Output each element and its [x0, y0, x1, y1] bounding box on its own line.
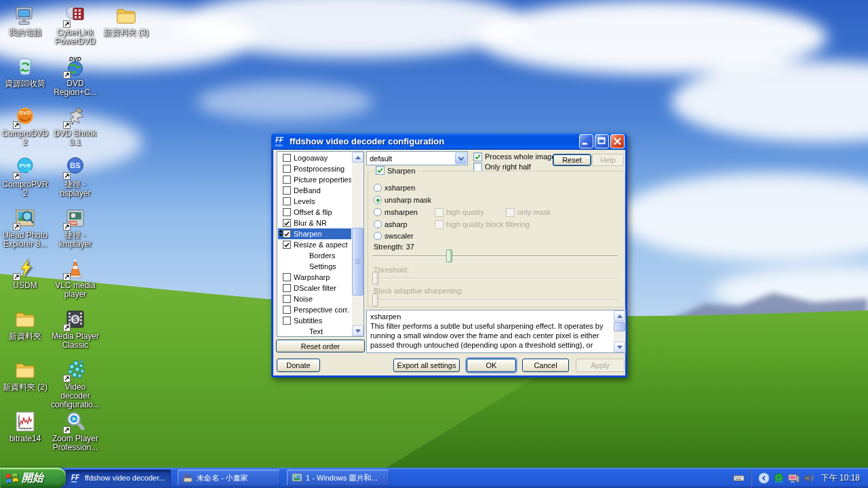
filter-checkbox[interactable] [283, 154, 291, 162]
scrollbar-thumb[interactable] [614, 322, 625, 331]
filter-checkbox[interactable] [283, 284, 291, 292]
filter-list-item-noise[interactable]: Noise [278, 293, 351, 304]
radio-msharpen[interactable]: msharpen [374, 207, 418, 217]
apply-button[interactable]: Apply [576, 359, 625, 372]
process-whole-image-option[interactable]: Process whole image [473, 152, 556, 161]
desktop-icon-media-player-classic[interactable]: SMedia Player Classic [51, 308, 100, 350]
reset-order-button[interactable]: Reset order [276, 340, 365, 352]
filter-checkbox[interactable] [283, 197, 291, 205]
desktop-icon-compro-pvr-2[interactable]: PVRComproPVR 2 [1, 156, 50, 198]
help-button[interactable]: Help [592, 154, 624, 166]
close-button[interactable] [610, 134, 625, 148]
filter-checkbox[interactable] [283, 273, 291, 281]
scroll-up-button[interactable] [352, 152, 363, 163]
filter-checkbox[interactable] [283, 317, 291, 325]
filter-list-item-levels[interactable]: Levels [278, 196, 351, 207]
reorder-spin-control[interactable] [278, 230, 283, 237]
radio-asharp[interactable]: asharp [374, 220, 408, 229]
export-all-settings-button[interactable]: Export all settings [393, 359, 460, 372]
filter-list-item-settings[interactable]: Settings [278, 261, 351, 272]
preset-combobox[interactable]: default [366, 151, 468, 165]
network-icon[interactable] [773, 472, 785, 484]
filter-list-item-sharpen[interactable]: Sharpen [278, 228, 351, 239]
desktop-icon-compro-dvd-2[interactable]: DVDComproDVD 2 [1, 105, 50, 147]
desktop-icon-vlc[interactable]: VLC media player [51, 257, 100, 299]
threshold-slider[interactable] [372, 272, 618, 285]
slider-thumb[interactable] [446, 249, 452, 262]
keyboard-icon[interactable] [733, 472, 745, 484]
sharpen-group-checkbox[interactable] [376, 166, 384, 175]
display-icon[interactable] [788, 472, 800, 484]
filter-checkbox[interactable] [283, 219, 291, 227]
taskbar-task-1[interactable]: FFffdshow video decoder... [66, 470, 171, 486]
filter-checkbox[interactable] [283, 176, 291, 184]
filter-checkbox[interactable] [283, 208, 291, 216]
desktop-icon-new-folder[interactable]: 新資料夾 [1, 308, 50, 341]
asharp-hq-block-option[interactable]: high quality block filtering [435, 220, 530, 229]
radio-swscaler[interactable]: swscaler [374, 231, 414, 241]
scroll-down-button[interactable] [614, 342, 625, 352]
msharpen-radio[interactable] [374, 208, 382, 216]
filter-checkbox[interactable] [283, 306, 291, 314]
radio-xsharpen[interactable]: xsharpen [374, 183, 415, 192]
filter-list-item-blur-nr[interactable]: Blur & NR [278, 218, 351, 228]
desktop-icon-bsplayer[interactable]: BS捷徑 - bsplayer [51, 156, 100, 198]
radio-unsharp-mask[interactable]: unsharp mask [374, 195, 431, 205]
filter-list-item-postprocessing[interactable]: Postprocessing [278, 163, 351, 174]
maximize-button[interactable] [595, 134, 609, 148]
msharpen-high-quality-option[interactable]: high quality [435, 207, 484, 217]
hq-block-filtering-checkbox[interactable] [435, 220, 443, 229]
strength-slider[interactable] [372, 249, 618, 263]
desktop-icon-new-folder-2[interactable]: 新資料夾 (2) [1, 359, 50, 392]
filter-list-item-dscaler-filter[interactable]: DScaler filter [278, 283, 351, 293]
filter-checkbox[interactable] [283, 230, 291, 238]
start-button[interactable]: 開始 [0, 468, 66, 488]
only-right-half-option[interactable]: Only right half [473, 162, 531, 171]
filter-list-item-borders[interactable]: Borders [278, 250, 351, 261]
taskbar-task-3[interactable]: 1 - Windows 圖片和... [287, 470, 389, 486]
desktop-icon-bitrate14[interactable]: bitrate14 [1, 410, 50, 443]
desktop-icon-cyberlink-powerdvd[interactable]: CyberLink PowerDVD [51, 4, 100, 46]
slider-thumb[interactable] [372, 272, 378, 285]
filter-list-item-picture-properties[interactable]: Picture properties [278, 174, 351, 185]
process-whole-image-checkbox[interactable] [473, 152, 482, 161]
scroll-down-button[interactable] [352, 325, 363, 336]
hide-icons-chevron[interactable] [758, 472, 770, 484]
reset-button[interactable]: Reset [553, 154, 591, 166]
filter-list-scrollbar[interactable] [352, 152, 363, 336]
desktop-icon-video-decoder-config[interactable]: Video decoder configuratio... [51, 359, 100, 409]
filter-checkbox[interactable] [283, 295, 291, 303]
only-right-half-checkbox[interactable] [473, 163, 482, 171]
filter-list-item-subtitles[interactable]: Subtitles [278, 315, 351, 326]
filter-list-item-text[interactable]: Text [278, 326, 351, 336]
ok-button[interactable]: OK [467, 359, 516, 372]
combo-dropdown-button[interactable] [455, 152, 467, 164]
desktop-icon-kmplayer[interactable]: KMP捷徑 - kmplayer [51, 207, 100, 249]
scroll-up-button[interactable] [614, 310, 625, 321]
filter-list-item-logoaway[interactable]: Logoaway [278, 152, 351, 163]
desktop-icon-zoom-player[interactable]: Zoom Player Profession... [51, 410, 100, 452]
slider-thumb[interactable] [372, 293, 378, 306]
description-scrollbar[interactable] [614, 310, 625, 352]
donate-button[interactable]: Donate [277, 359, 320, 372]
taskbar-task-2[interactable]: 未命名 - 小畫家 [178, 470, 280, 486]
volume-icon[interactable] [803, 472, 814, 484]
unsharp-mask-radio[interactable] [374, 196, 382, 204]
filter-list-item-deband[interactable]: DeBand [278, 185, 351, 196]
filter-list-item-offset-flip[interactable]: Offset & flip [278, 207, 351, 218]
filter-list-item-resize-aspect[interactable]: Resize & aspect [278, 239, 351, 250]
block-adaptive-slider[interactable] [372, 293, 618, 307]
cancel-button[interactable]: Cancel [522, 359, 569, 372]
desktop-icon-ulead-photo-explorer[interactable]: Ulead Photo Explorer 8... [1, 207, 50, 249]
high-quality-checkbox[interactable] [435, 208, 443, 217]
desktop-icon-usdm[interactable]: USDM [1, 257, 50, 290]
desktop-icon-my-computer[interactable]: 我的電腦 [1, 4, 50, 37]
filter-checkbox[interactable] [283, 186, 291, 195]
filter-checkbox[interactable] [283, 165, 291, 173]
scrollbar-thumb[interactable] [352, 228, 363, 296]
msharpen-only-mask-option[interactable]: only mask [506, 207, 551, 217]
desktop-icon-dvd-shrink[interactable]: DVD Shrink 3.1 [51, 105, 100, 147]
desktop-icon-dvd-region[interactable]: DVDDVD Region+C... [51, 55, 100, 97]
filter-checkbox[interactable] [283, 241, 291, 249]
filter-list-item-perspective-corr[interactable]: Perspective corr. [278, 304, 351, 315]
